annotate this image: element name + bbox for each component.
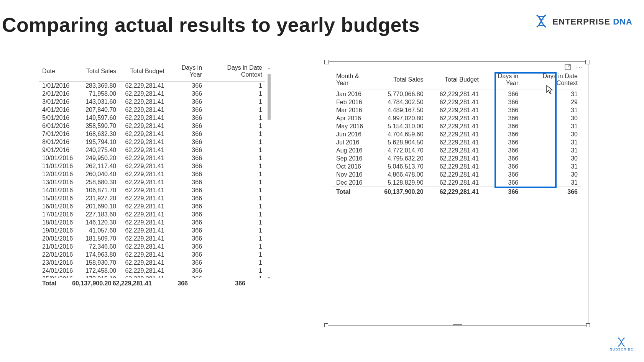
table-row[interactable]: 20/01/2016181,509.7062,229,281.413661 — [39, 234, 265, 242]
table-row[interactable]: Nov 20164,866,478.0062,229,281.4136630 — [332, 170, 582, 179]
subscribe-badge[interactable]: SUBSCRIBE — [610, 337, 633, 351]
table-row[interactable]: Jun 20164,704,659.6062,229,281.4136630 — [332, 130, 582, 138]
table-row[interactable]: 15/01/2016231,927.2062,229,281.413661 — [39, 194, 265, 202]
more-options-icon[interactable]: ··· — [576, 64, 583, 72]
table-row[interactable]: 4/01/2016207,840.7062,229,281.413661 — [39, 106, 265, 114]
table-row[interactable]: 8/01/2016195,794.1062,229,281.413661 — [39, 138, 265, 146]
table-row[interactable]: 25/01/2016179,915.1062,229,281.413661 — [39, 275, 265, 278]
table-row[interactable]: Oct 20165,046,513.7062,229,281.4136631 — [332, 162, 582, 170]
brand-text: ENTERPRISE DNA — [553, 17, 632, 27]
table-row[interactable]: Sep 20164,795,632.2062,229,281.4136630 — [332, 154, 582, 162]
scroll-up-icon[interactable]: ⌃ — [267, 67, 271, 73]
scroll-thumb[interactable] — [268, 74, 271, 120]
table-row[interactable]: 2/01/201671,958.0062,229,281.413661 — [39, 90, 265, 98]
table-row[interactable]: Jul 20165,628,904.5062,229,281.4136631 — [332, 138, 582, 146]
table-row[interactable]: 23/01/2016158,930.7062,229,281.413661 — [39, 259, 265, 267]
column-header[interactable]: Date — [39, 63, 77, 82]
column-header[interactable]: Month & Year — [332, 72, 376, 90]
table-row[interactable]: Aug 20164,772,014.7062,229,281.4136631 — [332, 146, 582, 154]
table-row[interactable]: Dec 20165,128,829.9062,229,281.4136631 — [332, 179, 582, 187]
monthly-table[interactable]: Month & YearTotal SalesTotal BudgetDays … — [332, 72, 582, 196]
subscribe-label: SUBSCRIBE — [610, 347, 633, 351]
table-row[interactable]: 3/01/2016143,031.6062,229,281.413661 — [39, 98, 265, 106]
scroll-down-icon[interactable]: ⌄ — [267, 274, 271, 280]
table-row[interactable]: 7/01/2016168,632.3062,229,281.413661 — [39, 130, 265, 138]
table-row[interactable]: 18/01/2016146,120.3062,229,281.413661 — [39, 218, 265, 226]
daily-table[interactable]: DateTotal SalesTotal BudgetDays in YearD… — [39, 63, 265, 278]
column-header[interactable]: Days in Year — [168, 63, 205, 82]
column-header[interactable]: Total Budget — [427, 72, 483, 90]
monthly-table-visual[interactable]: ··· Month & YearTotal SalesTotal BudgetD… — [326, 61, 588, 326]
table-row[interactable]: 5/01/2016149,597.6062,229,281.413661 — [39, 114, 265, 122]
daily-table-visual[interactable]: DateTotal SalesTotal BudgetDays in YearD… — [39, 63, 265, 297]
table-row[interactable]: Jan 20165,770,066.8062,229,281.4136631 — [332, 90, 582, 98]
table-row[interactable]: 14/01/2016106,871.7062,229,281.413661 — [39, 186, 265, 194]
table-row[interactable]: Mar 20164,489,167.5062,229,281.4136631 — [332, 106, 582, 114]
table-row[interactable]: 13/01/2016258,680.3062,229,281.413661 — [39, 178, 265, 186]
table-row[interactable]: 6/01/2016358,590.7062,229,281.413661 — [39, 122, 265, 130]
column-header[interactable]: Total Budget — [119, 63, 168, 82]
daily-scrollbar[interactable]: ⌃ ⌄ — [267, 67, 271, 280]
dna-icon — [534, 13, 549, 30]
total-row: Total60,137,900.2062,229,281.41366366 — [332, 187, 582, 196]
column-header[interactable]: Total Sales — [77, 63, 119, 82]
page-title: Comparing actual results to yearly budge… — [2, 13, 420, 36]
drag-handle-icon[interactable] — [453, 63, 462, 65]
table-row[interactable]: 11/01/2016262,117.4062,229,281.413661 — [39, 162, 265, 170]
focus-mode-icon[interactable] — [565, 64, 571, 72]
daily-total-row: Total60,137,900.2062,229,281.41366366 — [39, 278, 265, 289]
column-header[interactable]: Days in Date Context — [522, 72, 582, 90]
column-header[interactable]: Days in Year — [483, 72, 522, 90]
table-row[interactable]: 1/01/2016283,369.8062,229,281.413661 — [39, 82, 265, 90]
column-header[interactable]: Total Sales — [376, 72, 427, 90]
table-row[interactable]: Apr 20164,997,020.8062,229,281.4136630 — [332, 114, 582, 122]
brand-logo: ENTERPRISE DNA — [534, 13, 632, 30]
table-row[interactable]: 17/01/2016227,183.6062,229,281.413661 — [39, 210, 265, 218]
table-row[interactable]: 9/01/2016240,275.4062,229,281.413661 — [39, 146, 265, 154]
table-row[interactable]: 24/01/2016172,458.0062,229,281.413661 — [39, 267, 265, 275]
table-row[interactable]: Feb 20164,784,302.5062,229,281.4136629 — [332, 98, 582, 106]
table-row[interactable]: 19/01/201641,057.6062,229,281.413661 — [39, 226, 265, 234]
column-header[interactable]: Days in Date Context — [205, 63, 265, 82]
table-row[interactable]: 10/01/2016249,950.2062,229,281.413661 — [39, 154, 265, 162]
table-row[interactable]: May 20165,154,310.0062,229,281.4136631 — [332, 122, 582, 130]
table-row[interactable]: 21/01/201672,346.6062,229,281.413661 — [39, 242, 265, 251]
table-row[interactable]: 16/01/2016201,690.1062,229,281.413661 — [39, 202, 265, 210]
resize-handle-icon[interactable] — [453, 324, 462, 326]
table-row[interactable]: 12/01/2016260,040.4062,229,281.413661 — [39, 170, 265, 178]
table-row[interactable]: 22/01/2016174,963.8062,229,281.413661 — [39, 251, 265, 259]
